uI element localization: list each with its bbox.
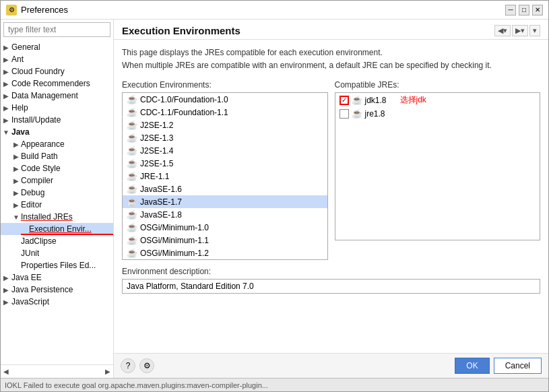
sidebar-item-java-ee[interactable]: ▶ Java EE (1, 271, 113, 284)
content-body: This page displays the JREs compatible f… (114, 40, 548, 353)
jre1.8-icon: ☕ (352, 108, 362, 119)
label-installed-jres: Installed JREs (21, 212, 73, 222)
arrow-ant: ▶ (1, 56, 11, 63)
sidebar-item-compiler[interactable]: ▶ Compiler (1, 174, 113, 187)
sidebar-item-help[interactable]: ▶ Help (1, 102, 113, 114)
env-icon-javase-1.8: ☕ (127, 209, 137, 220)
sidebar-bottom: ◀ ▶ (1, 364, 113, 378)
jre-item-jdk1.8[interactable]: ✓ ☕ jdk1.8 选择jdk (335, 93, 540, 107)
description: This page displays the JREs compatible f… (122, 46, 540, 72)
jre1.8-label: jre1.8 (365, 109, 385, 119)
window-title: Preferences (21, 5, 68, 15)
env-item-j2se-1.2[interactable]: ☕ J2SE-1.2 (123, 119, 327, 131)
label-javascript: JavaScript (11, 297, 49, 306)
label-general: General (11, 42, 40, 52)
label-appearance: Appearance (21, 139, 65, 149)
scroll-left-btn[interactable]: ◀ (3, 368, 9, 375)
env-desc-input[interactable] (122, 279, 540, 294)
filter-input[interactable] (3, 22, 110, 37)
env-label-j2se-1.3: J2SE-1.3 (140, 133, 173, 143)
env-item-javase-1.8[interactable]: ☕ JavaSE-1.8 (123, 208, 327, 221)
arrow-editor: ▶ (11, 201, 21, 209)
arrow-javascript: ▶ (1, 298, 11, 306)
env-label-cdc-1.0: CDC-1.0/Foundation-1.0 (140, 95, 228, 104)
bottom-right: OK Cancel (455, 358, 542, 374)
back-button[interactable]: ◀▾ (494, 25, 511, 36)
label-install-update: Install/Update (11, 115, 61, 125)
sidebar-item-code-style[interactable]: ▶ Code Style (1, 162, 113, 174)
sidebar-item-java[interactable]: ▼ Java (1, 126, 113, 138)
jdk1.8-label: jdk1.8 (365, 96, 387, 105)
sidebar-item-general[interactable]: ▶ General (1, 41, 113, 53)
arrow-java: ▼ (1, 129, 11, 136)
forward-button[interactable]: ▶▾ (512, 25, 528, 36)
arrow-installed-jres: ▼ (11, 214, 21, 221)
label-java-ee: Java EE (11, 273, 42, 282)
close-button[interactable]: ✕ (532, 5, 543, 15)
label-build-path: Build Path (21, 152, 58, 161)
env-label-javase-1.8: JavaSE-1.8 (140, 210, 182, 220)
env-label-osgi-1.0: OSGi/Minimum-1.0 (140, 223, 209, 232)
jre1.8-checkbox[interactable] (340, 109, 349, 119)
env-label-j2se-1.5: J2SE-1.5 (140, 159, 173, 168)
sidebar-item-editor[interactable]: ▶ Editor (1, 199, 113, 211)
label-junit: JUnit (21, 249, 39, 258)
env-item-osgi-1.2[interactable]: ☕ OSGi/Minimum-1.2 (123, 247, 327, 259)
env-item-javase-1.7[interactable]: ☕ JavaSE-1.7 (123, 195, 327, 208)
sidebar-item-install-update[interactable]: ▶ Install/Update (1, 114, 113, 126)
label-java: Java (11, 127, 30, 137)
jre-list[interactable]: ✓ ☕ jdk1.8 选择jdk ☕ jre1.8 (335, 92, 541, 240)
maximize-button[interactable]: □ (519, 5, 529, 15)
window-controls: ─ □ ✕ (505, 5, 543, 15)
sidebar-item-execution-envir[interactable]: Execution Envir... (1, 223, 113, 235)
env-item-jre-1.1[interactable]: ☕ JRE-1.1 (123, 170, 327, 183)
arrow-debug: ▶ (11, 189, 21, 197)
env-label-j2se-1.2: J2SE-1.2 (140, 121, 173, 130)
status-bar: IOKL Failed to execute goal org.apache.m… (1, 378, 548, 391)
env-item-javase-1.6[interactable]: ☕ JavaSE-1.6 (123, 183, 327, 195)
settings-button[interactable]: ⚙ (139, 358, 154, 373)
jdk1.8-checkbox[interactable]: ✓ (340, 96, 349, 105)
env-item-osgi-1.1[interactable]: ☕ OSGi/Minimum-1.1 (123, 234, 327, 247)
arrow-code-style: ▶ (11, 165, 21, 172)
title-bar: ⚙ Preferences ─ □ ✕ (1, 1, 548, 20)
sidebar-item-cloud-foundry[interactable]: ▶ Cloud Foundry (1, 65, 113, 77)
arrow-build-path: ▶ (11, 153, 21, 160)
sidebar-item-properties-files[interactable]: Properties Files Ed... (1, 259, 113, 271)
env-desc-section: Environment description: (122, 267, 540, 294)
cancel-button[interactable]: Cancel (494, 358, 542, 374)
label-data-management: Data Management (11, 91, 78, 100)
minimize-button[interactable]: ─ (505, 5, 516, 15)
label-ant: Ant (11, 55, 24, 64)
sidebar-item-installed-jres[interactable]: ▼ Installed JREs (1, 211, 113, 223)
arrow-java-ee: ▶ (1, 274, 11, 282)
more-button[interactable]: ▾ (529, 25, 540, 36)
sidebar: ▶ General ▶ Ant ▶ Cloud Foundry ▶ Code R… (1, 20, 114, 378)
sidebar-item-jadclipse[interactable]: JadClipse (1, 235, 113, 247)
env-item-j2se-1.5[interactable]: ☕ J2SE-1.5 (123, 157, 327, 170)
env-list[interactable]: ☕ CDC-1.0/Foundation-1.0 ☕ CDC-1.1/Found… (122, 92, 328, 260)
sidebar-item-build-path[interactable]: ▶ Build Path (1, 150, 113, 162)
env-item-osgi-1.0[interactable]: ☕ OSGi/Minimum-1.0 (123, 221, 327, 234)
label-java-persistence: Java Persistence (11, 285, 73, 294)
env-item-j2se-1.4[interactable]: ☕ J2SE-1.4 (123, 144, 327, 157)
sidebar-item-code-recommenders[interactable]: ▶ Code Recommenders (1, 77, 113, 90)
arrow-code-recommenders: ▶ (1, 80, 11, 88)
sidebar-item-ant[interactable]: ▶ Ant (1, 53, 113, 65)
sidebar-item-debug[interactable]: ▶ Debug (1, 187, 113, 199)
env-item-cdc-1.0[interactable]: ☕ CDC-1.0/Foundation-1.0 (123, 93, 327, 106)
env-item-cdc-1.1[interactable]: ☕ CDC-1.1/Foundation-1.1 (123, 106, 327, 119)
sidebar-item-junit[interactable]: JUnit (1, 247, 113, 259)
ok-button[interactable]: OK (455, 358, 489, 374)
scroll-right-btn[interactable]: ▶ (105, 368, 110, 375)
label-code-style: Code Style (21, 164, 61, 173)
env-label-osgi-1.2: OSGi/Minimum-1.2 (140, 249, 209, 258)
jre-item-jre1.8[interactable]: ☕ jre1.8 (335, 107, 540, 120)
label-properties-files: Properties Files Ed... (21, 261, 96, 270)
sidebar-item-appearance[interactable]: ▶ Appearance (1, 138, 113, 150)
env-item-j2se-1.3[interactable]: ☕ J2SE-1.3 (123, 131, 327, 144)
help-button[interactable]: ? (121, 358, 135, 373)
sidebar-item-data-management[interactable]: ▶ Data Management (1, 90, 113, 102)
sidebar-item-java-persistence[interactable]: ▶ Java Persistence (1, 284, 113, 296)
sidebar-item-javascript[interactable]: ▶ JavaScript (1, 296, 113, 308)
